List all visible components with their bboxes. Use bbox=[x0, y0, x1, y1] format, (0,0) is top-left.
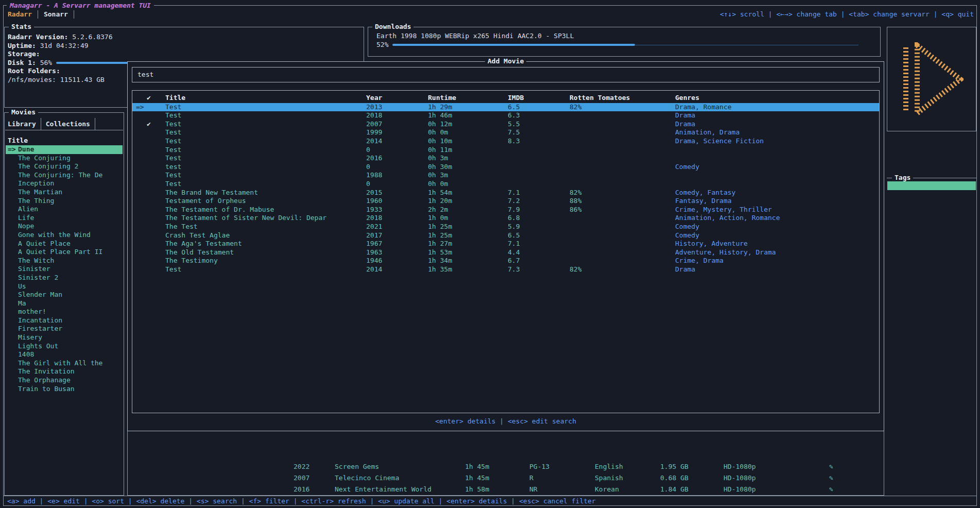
result-year: 2007 bbox=[366, 120, 428, 129]
result-title: The Test bbox=[165, 223, 366, 231]
selection-indicator bbox=[132, 197, 147, 206]
downloads-panel-title: Downloads bbox=[372, 23, 414, 30]
movie-list-item[interactable]: The Thing bbox=[6, 197, 123, 206]
movies-tab[interactable]: Library bbox=[5, 118, 41, 130]
added-check-icon bbox=[147, 171, 165, 180]
selection-indicator bbox=[132, 248, 147, 257]
download-percent: 52% bbox=[376, 41, 388, 48]
movies-tab[interactable]: Collections bbox=[41, 118, 95, 130]
movie-list-item[interactable]: => Dune bbox=[6, 145, 123, 154]
search-result-row[interactable]: The Aga's Testament 1967 1h 27m 7.1 Hist… bbox=[132, 240, 879, 248]
result-genres: Drama bbox=[675, 265, 879, 274]
movie-title: The Martian bbox=[18, 188, 62, 197]
movie-list-item[interactable]: A Quiet Place Part II bbox=[6, 248, 123, 257]
result-year: 2015 bbox=[366, 189, 428, 197]
movie-list-item[interactable]: The Conjuring 2 bbox=[6, 162, 123, 171]
result-imdb bbox=[508, 146, 570, 155]
servarr-tabbar: RadarrSonarr bbox=[6, 10, 74, 19]
result-rotten-tomatoes bbox=[570, 257, 675, 265]
movie-list-item[interactable]: Ma bbox=[6, 299, 123, 308]
download-progress-rest bbox=[635, 45, 858, 45]
selection-indicator bbox=[8, 205, 18, 214]
movie-list-item[interactable]: Life bbox=[6, 214, 123, 223]
search-result-row[interactable]: Test 1988 0h 3m bbox=[132, 171, 879, 180]
added-check-icon bbox=[147, 231, 165, 240]
result-title: Testament of Orpheus bbox=[165, 197, 366, 206]
search-result-row[interactable]: Test 2014 1h 35m 7.3 82% Drama bbox=[132, 265, 879, 274]
added-check-icon bbox=[147, 137, 165, 146]
add-movie-modal: Add Movie test ✔ Title Year Runtime IMDB… bbox=[127, 61, 884, 431]
movie-list-item[interactable]: mother! bbox=[6, 308, 123, 316]
movie-list-item[interactable]: Misery bbox=[6, 333, 123, 342]
search-result-row[interactable]: Test 2014 0h 10m 8.3 Drama, Science Fict… bbox=[132, 137, 879, 146]
search-result-row[interactable]: The Test 2021 1h 25m 5.9 Comedy bbox=[132, 223, 879, 231]
movie-list-item[interactable]: Sinister 2 bbox=[6, 274, 123, 282]
movie-list-item[interactable]: Us bbox=[6, 282, 123, 291]
movie-list-item[interactable]: A Quiet Place bbox=[6, 240, 123, 248]
movie-list-item[interactable]: The Orphanage bbox=[6, 376, 123, 385]
search-result-row[interactable]: => Test 2013 1h 29m 6.5 82% Drama, Roman… bbox=[132, 103, 879, 112]
result-rotten-tomatoes bbox=[570, 163, 675, 172]
result-runtime: 0h 11m bbox=[428, 146, 508, 155]
search-result-row[interactable]: The Old Testament 1963 1h 53m 4.4 Advent… bbox=[132, 248, 879, 257]
radarr-version-line: Radarr Version: 5.2.6.8376 bbox=[8, 33, 359, 42]
movie-title: A Quiet Place bbox=[18, 240, 71, 248]
movie-search-input[interactable]: test bbox=[132, 67, 880, 82]
movie-list-item[interactable]: Sinister bbox=[6, 265, 123, 274]
added-check-icon bbox=[147, 146, 165, 155]
movie-list-item[interactable]: The Conjuring bbox=[6, 154, 123, 163]
result-genres: Comedy bbox=[675, 223, 879, 231]
movie-list-item[interactable]: Gone with the Wind bbox=[6, 231, 123, 240]
added-check-icon: ✔ bbox=[147, 120, 165, 129]
search-result-row[interactable]: Crash Test Aglae 2017 1h 25m 6.5 Comedy bbox=[132, 231, 879, 240]
movie-list-item[interactable]: Slender Man bbox=[6, 291, 123, 299]
search-result-row[interactable]: Test 0 0h 0m bbox=[132, 180, 879, 189]
search-result-row[interactable]: Test 0 0h 11m bbox=[132, 146, 879, 155]
servarr-tab[interactable]: Radarr bbox=[6, 10, 38, 19]
servarr-tab[interactable]: Sonarr bbox=[38, 10, 74, 19]
selection-indicator bbox=[132, 206, 147, 214]
movie-list-item[interactable]: The Martian bbox=[6, 188, 123, 197]
movie-list-item[interactable]: The Invitation bbox=[6, 367, 123, 376]
result-year: 0 bbox=[366, 180, 428, 189]
movie-list-item[interactable]: Incantation bbox=[6, 316, 123, 325]
result-genres: Comedy bbox=[675, 231, 879, 240]
movie-list-item[interactable]: Lights Out bbox=[6, 342, 123, 351]
search-result-row[interactable]: Testament of Orpheus 1960 1h 20m 7.2 88%… bbox=[132, 197, 879, 206]
result-rotten-tomatoes bbox=[570, 231, 675, 240]
movie-list-item[interactable]: Firestarter bbox=[6, 325, 123, 333]
uptime-line: Uptime: 31d 04:32:49 bbox=[8, 42, 359, 50]
search-result-row[interactable]: Test 2018 1h 46m 6.3 Drama bbox=[132, 111, 879, 120]
movie-list-item[interactable]: The Girl with All the bbox=[6, 359, 123, 368]
search-result-row[interactable]: ✔ Test 2007 0h 12m 5.5 Drama bbox=[132, 120, 879, 129]
search-result-row[interactable]: Test 2016 0h 3m bbox=[132, 154, 879, 163]
selection-indicator bbox=[8, 171, 18, 180]
movie-list-item[interactable]: Nope bbox=[6, 222, 123, 231]
search-result-row[interactable]: The Brand New Testament 2015 1h 54m 7.1 … bbox=[132, 189, 879, 197]
movie-list-item[interactable]: Train to Busan bbox=[6, 385, 123, 394]
search-result-row[interactable]: test 0 0h 30m Comedy bbox=[132, 163, 879, 172]
movie-certification: PG-13 bbox=[529, 462, 549, 471]
result-year: 1988 bbox=[366, 171, 428, 180]
movie-list-item[interactable]: The Witch bbox=[6, 257, 123, 265]
library-table-row[interactable]: 2022 Screen Gems 1h 45m PG-13 English 1.… bbox=[128, 462, 884, 471]
movie-list-item[interactable]: 1408 bbox=[6, 350, 123, 359]
movie-title: Alien bbox=[18, 205, 38, 214]
result-imdb: 7.2 bbox=[508, 197, 570, 206]
movie-list-item[interactable]: The Conjuring: The De bbox=[6, 171, 123, 180]
movie-list-item[interactable]: Inception bbox=[6, 179, 123, 188]
edit-pencil-icon: ✎ bbox=[829, 462, 833, 471]
search-result-row[interactable]: The Testament of Dr. Mabuse 1933 2h 2m 7… bbox=[132, 206, 879, 214]
search-result-row[interactable]: The Testament of Sister New Devil: Depar… bbox=[132, 214, 879, 223]
search-result-row[interactable]: The Testimony 1946 1h 34m 6.7 Crime, Dra… bbox=[132, 257, 879, 265]
selected-tag-row[interactable] bbox=[887, 181, 976, 190]
result-imdb: 6.7 bbox=[508, 257, 570, 265]
result-genres: Drama, Romance bbox=[675, 103, 879, 112]
library-table-row[interactable]: 2016 Next Entertainment World 1h 58m NR … bbox=[128, 485, 884, 494]
library-table-row[interactable]: 2007 Telecinco Cinema 1h 45m R Spanish 0… bbox=[128, 473, 884, 482]
result-title: Test bbox=[165, 154, 366, 163]
search-result-row[interactable]: Test 1999 0h 0m 7.5 Animation, Drama bbox=[132, 128, 879, 137]
added-check-icon bbox=[147, 180, 165, 189]
result-runtime: 1h 25m bbox=[428, 223, 508, 231]
movie-list-item[interactable]: Alien bbox=[6, 205, 123, 214]
